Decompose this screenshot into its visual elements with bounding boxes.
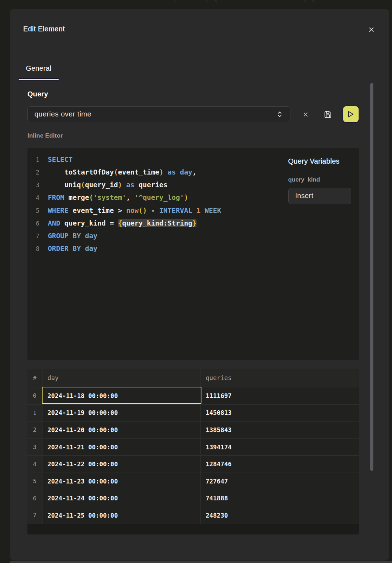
cell-day[interactable]: 2024-11-19 00:00:00 (43, 405, 201, 422)
table-row: 62024-11-24 00:00:00741888 (27, 490, 359, 507)
cell-queries[interactable]: 727647 (200, 473, 359, 490)
insert-variable-button[interactable]: Insert (288, 188, 351, 204)
background-toolbar-box (174, 0, 208, 2)
cell-queries[interactable]: 741888 (200, 490, 359, 507)
query-variables-title: Query Variables (288, 157, 340, 165)
query-select[interactable]: queries over time (27, 106, 290, 122)
table-row: 32024-11-21 00:00:001394174 (27, 438, 359, 456)
background-toolbar-box (312, 0, 392, 2)
code-line[interactable]: 2 toStartOfDay(event_time) as day, (27, 166, 279, 179)
cell-queries[interactable]: 1450813 (200, 405, 359, 422)
clear-query-button[interactable] (299, 108, 312, 121)
code-line[interactable]: 8ORDER BY day (27, 242, 279, 255)
cell-day[interactable]: 2024-11-20 00:00:00 (43, 422, 201, 438)
code-line[interactable]: 5WHERE event_time > now() - INTERVAL 1 W… (27, 204, 279, 217)
line-number: 4 (27, 191, 39, 204)
play-icon (348, 110, 354, 118)
code-line[interactable]: 3 uniq(query_id) as queries (27, 179, 279, 191)
line-number: 6 (27, 217, 39, 230)
table-header-row: # day queries (27, 369, 359, 387)
query-variables-panel: Query Variables query_kind Insert (280, 148, 359, 360)
line-number: 2 (27, 166, 39, 179)
table-row: 22024-11-20 00:00:001385843 (27, 421, 359, 438)
cell-day[interactable]: 2024-11-22 00:00:00 (43, 456, 201, 473)
tab-general-label: General (26, 64, 51, 72)
background-strip (10, 561, 392, 563)
cell-row-index[interactable]: 6 (27, 490, 43, 507)
cell-queries[interactable]: 1284746 (200, 456, 359, 473)
code-line[interactable]: 7GROUP BY day (27, 230, 279, 242)
edit-element-modal: Edit Element General Query queries over … (10, 9, 389, 561)
table-row: 12024-11-19 00:00:001450813 (27, 404, 359, 422)
query-parameter-token: {query_kind:String} (118, 219, 197, 227)
cell-day[interactable]: 2024-11-21 00:00:00 (43, 439, 201, 456)
code-area[interactable]: 1SELECT2 toStartOfDay(event_time) as day… (27, 148, 279, 360)
cell-row-index[interactable]: 3 (27, 439, 43, 456)
line-number: 7 (27, 230, 39, 242)
query-section-heading: Query (27, 90, 48, 98)
table-header-index: # (27, 369, 43, 387)
inline-editor-label: Inline Editor (27, 132, 63, 139)
query-select-value: queries over time (34, 110, 277, 118)
code-line[interactable]: 6AND query_kind = {query_kind:String} (27, 217, 279, 230)
modal-header: Edit Element (10, 9, 389, 51)
clear-x-icon (303, 112, 308, 117)
cell-day[interactable]: 2024-11-24 00:00:00 (43, 490, 201, 507)
background-toolbar-box (215, 0, 306, 2)
cell-queries[interactable]: 1111697 (200, 387, 359, 404)
table-row: 72024-11-25 00:00:00248230 (27, 507, 359, 524)
cell-day[interactable]: 2024-11-25 00:00:00 (43, 507, 201, 524)
table-row: 42024-11-22 00:00:001284746 (27, 455, 359, 473)
table-header-queries: queries (200, 369, 359, 387)
run-query-button[interactable] (342, 106, 359, 123)
code-line[interactable]: 1SELECT (27, 153, 279, 166)
cell-row-index[interactable]: 1 (27, 405, 43, 422)
cell-queries[interactable]: 1394174 (200, 439, 359, 456)
line-number: 1 (27, 153, 39, 166)
close-button[interactable] (365, 23, 378, 36)
cell-day[interactable]: 2024-11-18 00:00:00 (43, 387, 201, 404)
query-variable-name: query_kind (288, 176, 320, 183)
cell-day[interactable]: 2024-11-23 00:00:00 (43, 473, 201, 490)
line-number: 3 (27, 179, 39, 191)
table-row: 02024-11-18 00:00:001111697 (27, 387, 359, 404)
line-number: 8 (27, 242, 39, 255)
line-number: 5 (27, 204, 39, 217)
cell-queries[interactable]: 1385843 (200, 422, 359, 438)
cell-row-index[interactable]: 5 (27, 473, 43, 490)
results-table: # day queries 02024-11-18 00:00:00111169… (27, 369, 359, 534)
cell-row-index[interactable]: 0 (27, 387, 43, 404)
chevrons-up-down-icon (277, 111, 282, 118)
save-query-button[interactable] (321, 108, 334, 121)
table-row: 52024-11-23 00:00:00727647 (27, 473, 359, 490)
modal-scrollbar-thumb[interactable] (370, 83, 373, 471)
sql-editor[interactable]: 1SELECT2 toStartOfDay(event_time) as day… (27, 148, 359, 360)
code-line[interactable]: 4FROM merge('system', '^query_log') (27, 191, 279, 204)
tab-active-underline (19, 79, 59, 80)
close-icon (369, 27, 374, 32)
tab-general[interactable]: General (19, 57, 59, 80)
table-header-day: day (43, 369, 201, 387)
cell-row-index[interactable]: 2 (27, 422, 43, 438)
cell-queries[interactable]: 248230 (200, 507, 359, 524)
indent-guide (48, 166, 48, 192)
background-toolbar (0, 0, 392, 9)
floppy-disk-icon (324, 111, 332, 118)
cell-row-index[interactable]: 7 (27, 507, 43, 524)
modal-title: Edit Element (23, 25, 65, 33)
cell-row-index[interactable]: 4 (27, 456, 43, 473)
